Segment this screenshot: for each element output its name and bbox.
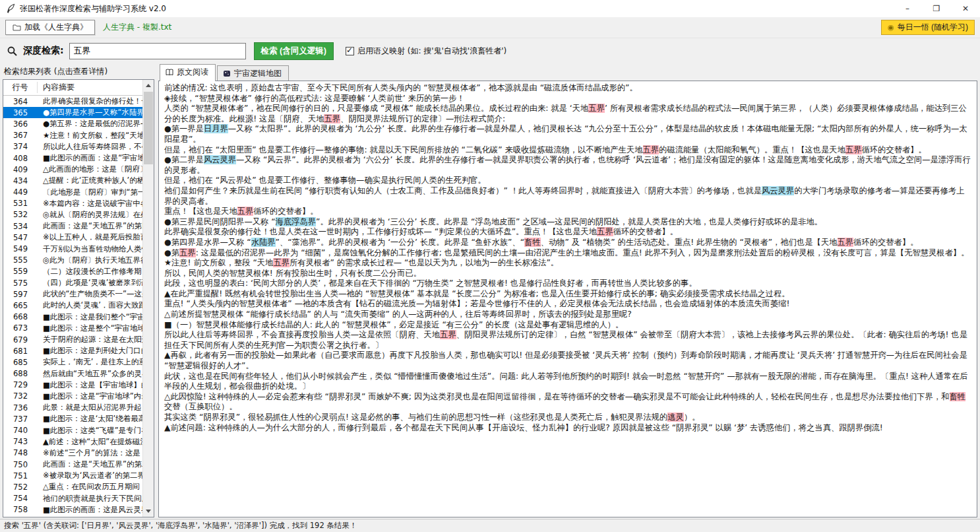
reader-paragraph: 祂们是如何产生？来历就是生前在民间 “修行职责有认知的人（士农工商、工作及品德良…	[164, 186, 971, 207]
table-row[interactable]: 449〔此地形是〔阴府〕审判“第一界的太阳	[3, 187, 142, 198]
highlighted-term: 五界	[643, 145, 659, 154]
sun-icon: ◉	[888, 23, 894, 32]
scroll-down-icon[interactable]	[143, 506, 154, 517]
table-row[interactable]: 732■此图示：这是“宇宙地球”内最高的浮平	[3, 391, 142, 402]
table-row[interactable]: 575（四）此项是‘灵魂’被磨浆到沼泥界（	[3, 277, 142, 288]
table-row[interactable]: 758■此图示的画面：这是风云灵界上的“八	[3, 504, 142, 515]
row-summary: △提醒：此‘正统黄种族人’的栖身地，是	[38, 176, 142, 185]
row-line-number: 729	[3, 380, 38, 389]
table-row[interactable]: 668■此图示：这是我们整个“宇宙地球”内的	[3, 312, 142, 323]
table-row[interactable]: 555◎此为〔阴府〕执行天地五界循环机制	[3, 255, 142, 266]
table-row[interactable]: 760※至于“黑云”所遮蔽的区域，若恰值“太	[3, 515, 142, 517]
table-row[interactable]: 549千万别以为当畜牲动物给人类饲养、或	[3, 243, 142, 254]
semantic-mapping-label: 启用语义映射 (如: 搜'鬼'自动找'浪畜牲者')	[357, 46, 506, 57]
results-panel: 检索结果列表 (点击查看详情) 行号 内容摘要 364此界确实是很复杂的修行处！…	[3, 65, 154, 517]
table-row[interactable]: 679关于阴府的起源：这是在太阳开天成为	[3, 334, 142, 345]
search-input[interactable]	[69, 43, 246, 59]
table-row[interactable]: 750此画面：这是“天地五界”的第二界【风	[3, 459, 142, 470]
table-row[interactable]: 752△重点：在民间农历五月期间，“风云灵	[3, 481, 142, 492]
tab-original-text-label: 原文阅读	[177, 67, 208, 78]
reader-paragraph: 此状，这也是在民间有些年轻人，他们从小时候就会产生，类似 “懵懵懂懂而傻傻地过生…	[164, 372, 971, 392]
scrollbar-thumb[interactable]	[144, 92, 153, 164]
semantic-mapping-toggle[interactable]: 启用语义映射 (如: 搜'鬼'自动找'浪畜牲者')	[346, 46, 506, 57]
table-row[interactable]: 681■此图示：这是判刑处大门口的类似案	[3, 345, 142, 356]
window-controls: – ❐ ✕	[893, 0, 980, 17]
table-row[interactable]: 364此界确实是很复杂的修行处！也是人类	[3, 96, 142, 107]
row-line-number: 754	[3, 494, 38, 503]
load-dictionary-button[interactable]: 加载《人生字典》	[5, 20, 95, 35]
highlighted-term: 逃灵	[667, 413, 684, 422]
highlighted-term: 五界	[179, 248, 196, 257]
row-summary: ★注意！前文所叙，整段“天地五界所有	[38, 131, 142, 141]
row-summary: △此画面的地形：这是〔阴府〕早已规划	[38, 164, 142, 174]
table-row[interactable]: 688然后就由“天地五界”众多的灵界工作执	[3, 368, 142, 380]
window-title: 张国松著作深度检索与辅助学习系统 v2.0	[20, 3, 166, 15]
reader-paragraph: △前述所提智慧灵根体 “能修行成长结晶” 的人与 “流失而萎缩” 的人—这两种的…	[164, 310, 971, 320]
table-row[interactable]: 748※前述“三个月”的算法：这是【宇宙地球	[3, 448, 142, 459]
table-row[interactable]: 673■此图示：这是整个“宇宙地球”内的其中	[3, 323, 142, 334]
table-row[interactable]: 740■此图示：这类“飞碟”是专门在日月界	[3, 424, 142, 436]
row-summary: ※本篇内容：这是说破宇宙中各类动物	[38, 199, 142, 209]
reader-paragraph: ●第二界是风云灵界—又称 “风云界”。此界的灵根者为 ‘六公分’ 长度。此界的生…	[164, 155, 971, 176]
table-row[interactable]: 754祂们的职责就是执行天下民间所有人类	[3, 493, 142, 504]
row-line-number: 750	[3, 460, 38, 469]
highlighted-term: 五界	[845, 145, 862, 154]
loaded-file-label: 人生字典 - 複製.txt	[103, 22, 171, 33]
row-summary: 此界确实是很复杂的修行处！也是人类	[38, 96, 142, 106]
table-row[interactable]: 559（二）这段漫长的工作修考期，至少要	[3, 266, 142, 277]
row-summary: 关于阴府的起源：这是在太阳开天成为	[38, 335, 142, 345]
reader-content[interactable]: 前述的情况: 这也表明，原始盘古宇宙、至今天下民间所有人类头颅内的 “智慧灵根体…	[158, 81, 977, 517]
table-row[interactable]: 366●第五界：这是最低的沼泥界—此界为	[3, 118, 142, 129]
highlighted-term: 水陆界	[251, 238, 276, 247]
scroll-up-icon[interactable]	[143, 80, 154, 91]
row-line-number: 685	[3, 358, 38, 367]
table-row[interactable]: 737■此图示：这是‘太阳’绕着最高境界的浮	[3, 413, 142, 424]
minimize-button[interactable]: –	[893, 0, 922, 17]
table-row[interactable]: 365●第四界是水界—又称“水陆界”、“藻池	[3, 107, 142, 118]
table-row[interactable]: 367★注意！前文所叙，整段“天地五界所有	[3, 130, 142, 141]
table-row[interactable]: 751※被录取为‘风云道者’的第二界灵界工作	[3, 470, 142, 481]
daily-insight-button[interactable]: ◉ 每日一悟 (随机学习)	[881, 20, 975, 35]
close-button[interactable]: ✕	[951, 0, 980, 17]
reader-paragraph: ●第四界是水界—又称 “水陆界”、“藻池界”。此界的灵根者为 ‘一公分’ 长度。…	[164, 238, 971, 248]
reader-paragraph: 重点！【这也是天地五界循环的交替者】。	[164, 207, 971, 217]
table-row[interactable]: 434△提醒：此‘正统黄种族人’的栖身地，是	[3, 175, 142, 186]
results-scrollbar[interactable]	[142, 80, 154, 517]
row-summary: ※前述“三个月”的算法：这是【宇宙地球	[38, 448, 142, 458]
table-row[interactable]: 743▲前述：这种“太阳”在提炼磁流、燃烧	[3, 436, 142, 448]
table-row[interactable]: 534此画面：这是“天地五界”的第四界【水	[3, 220, 142, 232]
table-row[interactable]: 597此状的“生产物质类不一”—这是地形变	[3, 288, 142, 300]
table-row[interactable]: 531※本篇内容：这是说破宇宙中各类动物	[3, 198, 142, 209]
row-summary: ▲前述：这种“太阳”在提炼磁流、燃烧	[38, 437, 142, 447]
search-icon	[7, 46, 18, 57]
row-line-number: 365	[3, 108, 38, 117]
table-row[interactable]: 374所以此人往后等寿终回界，不会直接再	[3, 141, 142, 152]
row-line-number: 534	[3, 222, 38, 231]
tab-original-text[interactable]: 原文阅读	[160, 64, 216, 81]
row-summary: 实际上，‘南无’，是往东上的意思，就是	[38, 357, 142, 367]
tab-cosmic-logic-map[interactable]: 宇宙逻辑地图	[217, 65, 289, 81]
table-row[interactable]: 547※以上五种人，就是死后投胎畜牲动物	[3, 232, 142, 243]
row-line-number: 449	[3, 187, 38, 197]
results-listbox: 行号 内容摘要 364此界确实是很复杂的修行处！也是人类365●第四界是水界—又…	[3, 79, 154, 517]
table-row[interactable]: 665此时的人类‘灵魂’，面容大致跟生前一样	[3, 300, 142, 311]
row-summary: ■此图示：这是整个“宇宙地球”内的其中	[38, 323, 142, 333]
table-row[interactable]: 408■此图示的画面：这是“宇宙地球”内部的	[3, 152, 142, 164]
table-row[interactable]: 532◎就从〔阴府的灵界法规〕在处分“人类	[3, 209, 142, 220]
row-summary: ■此图示：这是‘太阳’绕着最高境界的浮	[38, 414, 142, 424]
status-text: 搜索 '五界' (含关联词: ['日月界', '风云灵界', '海底浮岛界', …	[4, 521, 357, 531]
table-row[interactable]: 729■此图示：这是【宇宙地球】的内外构造	[3, 380, 142, 391]
table-row[interactable]: 736此景：就是太阳从沼泥界升起，由【东	[3, 402, 142, 413]
search-button[interactable]: 检索 (含同义逻辑)	[254, 42, 334, 60]
table-row[interactable]: 685实际上，‘南无’，是往东上的意思，就是	[3, 356, 142, 368]
row-line-number: 751	[3, 471, 38, 481]
maximize-button[interactable]: ❐	[922, 0, 951, 17]
status-bar: 搜索 '五界' (含关联词: ['日月界', '风云灵界', '海底浮岛界', …	[0, 519, 980, 532]
reader-paragraph: 此段，这也明显的表白: ‘民间大部分的人类’，都是来自在天下徘徊的 “万物生类”…	[164, 279, 971, 289]
row-summary: 祂们的职责就是执行天下民间所有人类	[38, 494, 142, 504]
reader-paragraph: 所以，民间人类的智慧灵根体! 所有投胎出生时，只有长度二公分而已。	[164, 269, 971, 279]
table-row[interactable]: 409△此画面的地形：这是〔阴府〕早已规划	[3, 164, 142, 175]
checkbox-checked-icon[interactable]	[346, 47, 354, 55]
reader-paragraph: ●第一界是日月界—又称 “太阳界”。此界的灵根者为 ‘九公分’ 长度。此界的生存…	[164, 124, 971, 145]
search-label: 深度检索:	[23, 45, 64, 57]
